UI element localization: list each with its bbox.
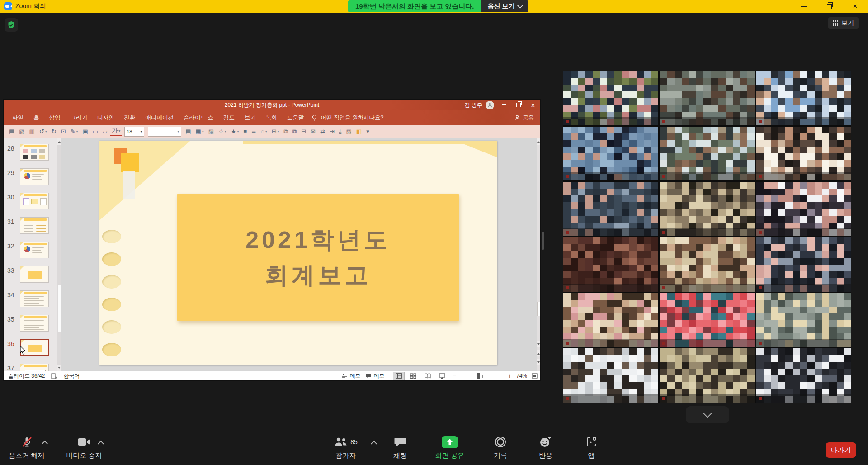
undo-icon[interactable]: ↺▾ bbox=[38, 127, 49, 137]
ribbon-tab-9[interactable]: 검토 bbox=[218, 110, 240, 125]
ribbon-tab-11[interactable]: 녹화 bbox=[261, 110, 282, 125]
participant-video-14[interactable] bbox=[660, 293, 755, 347]
participants-options-chevron[interactable] bbox=[371, 441, 377, 447]
line-spacing-icon[interactable]: ≣ bbox=[250, 127, 258, 137]
participant-video-17[interactable] bbox=[660, 348, 755, 403]
align-text-icon[interactable]: ≡ bbox=[241, 127, 249, 137]
save-as-icon[interactable]: ▧ bbox=[17, 127, 26, 137]
send-backward-icon[interactable]: ⧉ bbox=[291, 127, 298, 137]
gallery-view-button[interactable]: 보기 bbox=[828, 17, 859, 29]
participants-button[interactable]: 85 참가자 bbox=[326, 435, 365, 460]
redo-icon[interactable]: ↻ bbox=[50, 127, 58, 137]
font-name-box[interactable]: ▾ bbox=[148, 127, 181, 137]
language-status[interactable]: 한국어 bbox=[63, 372, 80, 380]
edit-icon[interactable]: ▨ bbox=[207, 127, 216, 137]
reset-icon[interactable]: ▱ bbox=[101, 127, 109, 137]
participant-video-6[interactable] bbox=[756, 127, 851, 181]
slide-thumbnail-28[interactable] bbox=[20, 144, 49, 161]
minimize-button[interactable] bbox=[791, 0, 816, 13]
slide-thumbnail-30[interactable] bbox=[20, 193, 49, 209]
thumbnail-scrollbar-thumb[interactable] bbox=[58, 285, 61, 332]
restore-button[interactable] bbox=[816, 0, 842, 13]
security-shield-button[interactable] bbox=[5, 18, 18, 32]
panel-resize-handle[interactable] bbox=[542, 232, 544, 250]
group-icon[interactable]: ⊟ bbox=[299, 127, 308, 137]
distribute-v-icon[interactable]: ⤓ bbox=[337, 127, 344, 137]
thumbnail-scrollbar[interactable] bbox=[57, 138, 61, 371]
slide-title-box[interactable]: 2021학년도 회계보고 bbox=[177, 194, 459, 321]
fill-color-icon[interactable]: ◧ bbox=[354, 127, 363, 137]
participant-video-15[interactable] bbox=[756, 293, 851, 347]
participant-video-10[interactable] bbox=[563, 237, 658, 292]
previous-slide-button[interactable] bbox=[537, 350, 540, 356]
participant-video-16[interactable] bbox=[563, 348, 658, 403]
participant-video-3[interactable] bbox=[756, 71, 851, 125]
zoom-in-button[interactable]: + bbox=[508, 372, 512, 380]
participant-video-7[interactable] bbox=[563, 182, 658, 236]
share-button[interactable]: 공유 bbox=[514, 114, 534, 122]
slide-thumbnail-31[interactable] bbox=[20, 217, 49, 234]
scroll-up-button[interactable] bbox=[537, 138, 540, 145]
start-slideshow-icon[interactable]: ⊡ bbox=[59, 127, 68, 137]
participant-video-18[interactable] bbox=[756, 348, 851, 403]
ribbon-tab-6[interactable]: 전환 bbox=[119, 110, 141, 125]
qat-overflow-icon[interactable]: ▾ bbox=[364, 127, 371, 137]
pen-icon[interactable]: ✎▾ bbox=[69, 127, 80, 137]
ppt-restore-button[interactable] bbox=[511, 100, 526, 110]
accessibility-checker-icon[interactable] bbox=[51, 373, 57, 379]
participant-video-4[interactable] bbox=[563, 127, 658, 181]
slide-scrollbar-thumb[interactable] bbox=[537, 302, 540, 316]
participant-video-11[interactable] bbox=[660, 237, 755, 292]
comments-toggle[interactable]: 메모 bbox=[365, 372, 385, 380]
new-comment-icon[interactable]: ▤ bbox=[184, 127, 193, 137]
star-outline-icon[interactable]: ☆▾ bbox=[217, 127, 228, 137]
shapes-icon[interactable]: ◌▾ bbox=[259, 127, 269, 137]
ribbon-tab-10[interactable]: 보기 bbox=[240, 110, 261, 125]
tell-me-search[interactable]: 어떤 작업을 원하시나요? bbox=[311, 114, 383, 122]
arrange-icon[interactable]: ⊞▾ bbox=[270, 127, 281, 137]
ribbon-tab-2[interactable]: 홈 bbox=[28, 110, 44, 125]
ungroup-icon[interactable]: ⊠ bbox=[309, 127, 317, 137]
slide-thumbnail-34[interactable] bbox=[20, 290, 49, 307]
participant-video-8[interactable] bbox=[660, 182, 755, 236]
ppt-close-button[interactable]: × bbox=[526, 100, 540, 110]
record-button[interactable]: 기록 bbox=[485, 435, 516, 460]
slide-thumbnail-33[interactable] bbox=[20, 266, 49, 283]
ribbon-tab-7[interactable]: 애니메이션 bbox=[141, 110, 179, 125]
slide-thumbnail-32[interactable] bbox=[20, 242, 49, 258]
zoom-slider-thumb[interactable] bbox=[477, 373, 480, 379]
font-color-icon[interactable]: 가▾ bbox=[110, 127, 122, 136]
fit-to-window-icon[interactable] bbox=[532, 373, 538, 379]
reading-view-button[interactable] bbox=[422, 372, 434, 380]
ribbon-tab-4[interactable]: 그리기 bbox=[66, 110, 93, 125]
ribbon-tab-3[interactable]: 삽입 bbox=[44, 110, 66, 125]
slideshow-view-button[interactable] bbox=[436, 372, 448, 380]
participant-video-2[interactable] bbox=[660, 71, 755, 125]
zoom-percentage[interactable]: 74% bbox=[516, 373, 527, 379]
apps-button[interactable]: 앱 bbox=[578, 435, 605, 460]
powerpoint-account[interactable]: 김 방주 bbox=[465, 100, 494, 110]
unmute-button[interactable]: 음소거 해제 bbox=[8, 435, 45, 460]
next-slide-button[interactable] bbox=[537, 359, 540, 365]
distribute-h-icon[interactable]: ⇥ bbox=[328, 127, 336, 137]
scroll-down-button[interactable] bbox=[57, 365, 61, 371]
share-screen-button[interactable]: 화면 공유 bbox=[429, 435, 470, 460]
notes-toggle[interactable]: 메모 bbox=[342, 372, 361, 380]
participant-video-13[interactable] bbox=[563, 293, 658, 347]
rotate-icon[interactable]: ⇄ bbox=[318, 127, 327, 137]
ppt-minimize-button[interactable] bbox=[497, 100, 511, 110]
slide-sorter-view-button[interactable] bbox=[407, 372, 419, 380]
slide-canvas[interactable]: 2021학년도 회계보고 bbox=[99, 141, 497, 365]
slide-thumbnail-29[interactable] bbox=[20, 168, 49, 185]
participant-video-12[interactable] bbox=[756, 237, 851, 292]
scroll-up-button[interactable] bbox=[57, 138, 61, 145]
view-options-button[interactable]: 옵션 보기 bbox=[481, 0, 529, 12]
reactions-button[interactable]: 반응 bbox=[530, 435, 561, 460]
new-slide-icon[interactable]: ▣ bbox=[81, 127, 90, 137]
star-icon[interactable]: ★▾ bbox=[229, 127, 241, 137]
normal-view-button[interactable] bbox=[393, 372, 405, 380]
layout-icon[interactable]: ▭ bbox=[91, 127, 100, 137]
bring-forward-icon[interactable]: ⧉ bbox=[282, 127, 290, 137]
grid-collapse-button[interactable] bbox=[686, 406, 729, 423]
ribbon-tab-8[interactable]: 슬라이드 쇼 bbox=[179, 110, 218, 125]
